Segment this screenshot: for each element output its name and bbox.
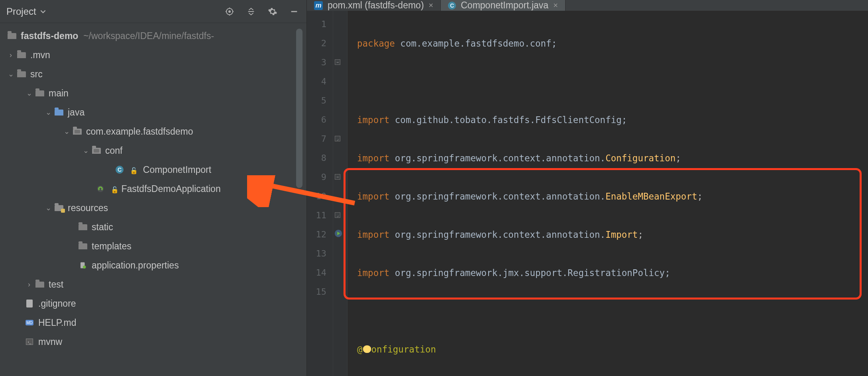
- code-line: import org.springframework.context.annot…: [357, 187, 868, 206]
- project-tree[interactable]: fastdfs-demo ~/workspace/IDEA/mine/fastd…: [0, 23, 306, 351]
- ln: 3: [307, 53, 326, 72]
- root-name: fastdfs-demo: [21, 31, 78, 41]
- label: ComponetImport: [143, 164, 211, 175]
- package-icon: [73, 129, 82, 135]
- ln: 2: [307, 34, 326, 53]
- folder-icon: [79, 243, 87, 249]
- code-line: [357, 72, 868, 91]
- tree-node-conf[interactable]: ⌄ conf: [0, 141, 306, 160]
- tree-file-appprops[interactable]: application.properties: [0, 256, 306, 275]
- tab-label: ComponetImport.java: [461, 0, 548, 11]
- markdown-file-icon: MD: [26, 320, 33, 325]
- file-icon: [26, 300, 33, 307]
- fold-icon[interactable]: ⌟: [335, 212, 340, 218]
- tree-node-src[interactable]: ⌄ src: [0, 65, 306, 84]
- code-line: [357, 302, 868, 321]
- svg-point-1: [229, 11, 230, 12]
- fold-icon[interactable]: −: [335, 59, 340, 65]
- label: java: [68, 107, 84, 118]
- tab-componetimport[interactable]: C ComponetImport.java ×: [441, 0, 566, 11]
- tree-file-gitignore[interactable]: .gitignore: [0, 294, 306, 313]
- collapse-all-icon[interactable]: [246, 6, 256, 17]
- ln: 13: [307, 244, 326, 263]
- close-icon[interactable]: ×: [429, 1, 434, 10]
- properties-file-icon: [79, 261, 87, 269]
- label: test: [49, 279, 63, 290]
- fold-gutter[interactable]: − ⌟ − ⌟: [333, 11, 348, 376]
- ln: 8: [307, 149, 326, 168]
- vertical-scrollbar[interactable]: [296, 29, 302, 188]
- label: FastdfsDemoApplication: [121, 184, 220, 194]
- label: .gitignore: [38, 298, 76, 309]
- chevron-down-icon: ⌄: [45, 204, 52, 212]
- folder-icon: [8, 33, 16, 39]
- java-class-icon: C: [448, 2, 456, 10]
- line-number-gutter[interactable]: 1 2 3 4 5 6 7 8 9 10 11 12 13 14 15: [307, 11, 333, 376]
- ln: 14: [307, 263, 326, 282]
- folder-icon: [35, 90, 44, 96]
- tab-pom-xml[interactable]: m pom.xml (fastdfs-demo) ×: [307, 0, 441, 11]
- ln: 1: [307, 15, 326, 34]
- label: mvnw: [38, 337, 62, 347]
- chevron-right-icon: ›: [7, 51, 14, 59]
- tree-node-resources[interactable]: ⌄ resources: [0, 198, 306, 217]
- tree-node-main[interactable]: ⌄ main: [0, 84, 306, 103]
- tree-file-app[interactable]: FastdfsDemoApplication: [0, 179, 306, 198]
- close-icon[interactable]: ×: [553, 1, 558, 10]
- chevron-down-icon: ⌄: [63, 127, 70, 136]
- tree-node-mvn[interactable]: › .mvn: [0, 45, 306, 65]
- editor-area: m pom.xml (fastdfs-demo) × C ComponetImp…: [307, 0, 868, 376]
- code-line: package com.example.fastdfsdemo.conf;: [357, 34, 868, 53]
- project-tool-window: Project fastdfs-dem: [0, 0, 307, 376]
- folder-icon: [17, 71, 26, 77]
- tree-node-java[interactable]: ⌄ java: [0, 103, 306, 122]
- tree-file-help[interactable]: MD HELP.md: [0, 313, 306, 332]
- code-line: import org.springframework.context.annot…: [357, 225, 868, 244]
- tree-node-test[interactable]: › test: [0, 275, 306, 294]
- tree-root[interactable]: fastdfs-demo ~/workspace/IDEA/mine/fastd…: [0, 26, 306, 45]
- maven-file-icon: m: [314, 1, 323, 10]
- label: .mvn: [30, 50, 50, 61]
- project-view-selector[interactable]: Project: [6, 6, 46, 17]
- tree-file-componetimport[interactable]: C ComponetImport: [0, 160, 306, 179]
- java-class-icon: C: [116, 166, 124, 174]
- ln: 6: [307, 110, 326, 129]
- chevron-down-icon: ⌄: [45, 108, 52, 117]
- code-editor[interactable]: package com.example.fastdfsdemo.conf; im…: [348, 11, 868, 376]
- ln: 5: [307, 91, 326, 110]
- chevron-down-icon: ⌄: [7, 70, 14, 78]
- ln: 15: [307, 282, 326, 302]
- fold-icon[interactable]: −: [335, 174, 340, 180]
- code-line: @onfiguration: [357, 340, 868, 359]
- intention-bulb-icon[interactable]: [363, 345, 371, 354]
- tree-node-static[interactable]: static: [0, 217, 306, 237]
- locate-icon[interactable]: [224, 6, 235, 17]
- svg-point-4: [83, 266, 86, 269]
- run-gutter-icon[interactable]: [334, 229, 343, 238]
- tree-node-templates[interactable]: templates: [0, 237, 306, 256]
- fold-icon[interactable]: ⌟: [335, 136, 340, 141]
- gear-icon[interactable]: [267, 6, 278, 17]
- code-line: import org.springframework.context.annot…: [357, 149, 868, 168]
- ln: 11: [307, 206, 326, 225]
- chevron-down-icon: ⌄: [82, 146, 89, 155]
- label: HELP.md: [38, 317, 76, 328]
- tab-label: pom.xml (fastdfs-demo): [328, 0, 424, 11]
- spring-boot-icon: [96, 185, 104, 193]
- shell-file-icon: ›_: [26, 339, 33, 345]
- code-line: import org.springframework.jmx.support.R…: [357, 263, 868, 282]
- tree-node-pkg[interactable]: ⌄ com.example.fastdfsdemo: [0, 122, 306, 141]
- label: src: [30, 69, 43, 80]
- chevron-down-icon: ⌄: [26, 89, 33, 98]
- ln: 7: [307, 129, 326, 149]
- ln: 9: [307, 168, 326, 187]
- chevron-down-icon: [40, 9, 46, 14]
- editor-tabs: m pom.xml (fastdfs-demo) × C ComponetImp…: [307, 0, 868, 11]
- unlock-icon: [128, 164, 138, 175]
- project-label: Project: [6, 6, 36, 17]
- minimize-icon[interactable]: [289, 6, 299, 17]
- root-path: ~/workspace/IDEA/mine/fastdfs-: [83, 31, 214, 41]
- tree-file-mvnw[interactable]: ›_ mvnw: [0, 332, 306, 351]
- folder-icon: [79, 224, 87, 230]
- project-toolbar: Project: [0, 0, 306, 23]
